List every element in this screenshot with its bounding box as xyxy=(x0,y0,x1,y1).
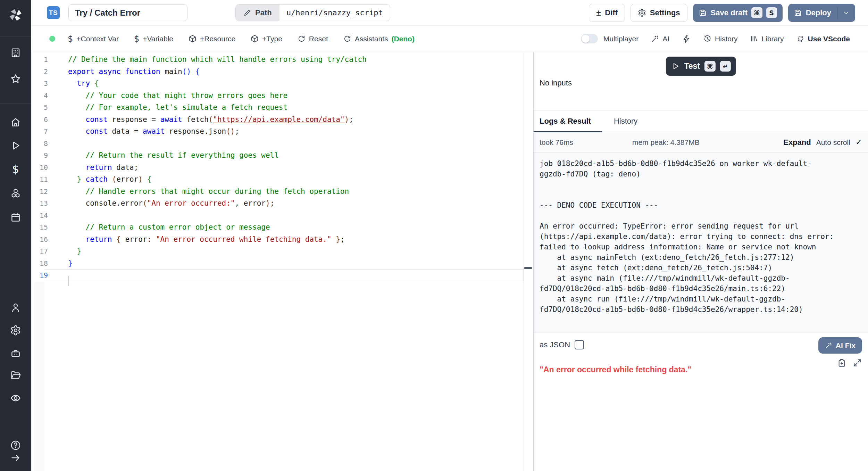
trigger-button[interactable] xyxy=(682,34,691,43)
deploy-button[interactable]: Deploy xyxy=(788,4,855,22)
library-label: Library xyxy=(761,35,784,43)
eye-icon xyxy=(10,392,21,404)
line-number: 9 xyxy=(32,151,48,159)
code-line[interactable]: 5 // For example, let's simulate a fetch… xyxy=(32,101,533,114)
code-line[interactable]: 19 xyxy=(32,269,533,281)
path-editor[interactable]: Path u/henri/snazzy_script xyxy=(235,4,390,21)
code-line[interactable]: 14 xyxy=(32,209,533,222)
add-type-button[interactable]: +Type xyxy=(251,35,282,43)
wand-icon xyxy=(651,35,659,43)
history-button[interactable]: History xyxy=(703,35,737,43)
line-number: 5 xyxy=(32,103,48,111)
line-number: 16 xyxy=(32,235,48,243)
path-label[interactable]: Path xyxy=(236,5,279,21)
line-number: 11 xyxy=(32,175,48,183)
use-vscode-button[interactable]: Use VScode xyxy=(796,35,850,43)
sidebar-item-home[interactable] xyxy=(0,117,31,128)
code-line[interactable]: 4 // Your code that might throw errors g… xyxy=(32,90,533,102)
assistants-button[interactable]: Assistants (Deno) xyxy=(343,35,415,43)
sidebar-item-schedules[interactable] xyxy=(0,212,31,223)
sidebar-item-resources[interactable] xyxy=(0,188,31,199)
building-icon xyxy=(10,47,21,58)
github-icon xyxy=(796,35,804,43)
as-json-checkbox[interactable] xyxy=(575,340,584,349)
code-line[interactable]: 9 // Return the result if everything goe… xyxy=(32,149,533,162)
reset-button[interactable]: Reset xyxy=(298,35,328,43)
sidebar-item-favorites[interactable] xyxy=(0,73,31,84)
deploy-button-label: Deploy xyxy=(806,8,831,17)
multiplayer-toggle[interactable] xyxy=(581,34,598,43)
add-resource-button[interactable]: +Resource xyxy=(189,35,235,43)
library-button[interactable]: Library xyxy=(750,35,784,43)
expand-logs-button[interactable]: Expand xyxy=(783,138,811,147)
test-button[interactable]: Test ⌘ ↵ xyxy=(666,57,736,76)
package-icon xyxy=(251,35,259,43)
code-line[interactable]: 11 } catch (error) { xyxy=(32,173,533,185)
history-label: History xyxy=(715,35,737,43)
ai-fix-button[interactable]: AI Fix xyxy=(818,337,862,354)
code-lines: 1// Define the main function which will … xyxy=(32,52,533,281)
code-line[interactable]: 13 console.error("An error occurred:", e… xyxy=(32,197,533,209)
sidebar-item-workers[interactable] xyxy=(0,348,31,359)
test-button-label: Test xyxy=(684,61,700,71)
diff-button[interactable]: ± Diff xyxy=(589,4,625,22)
script-title-input[interactable]: Try / Catch Error xyxy=(68,4,187,21)
sidebar-item-variables[interactable]: $ xyxy=(0,164,31,175)
code-line[interactable]: 7 const data = await response.json(); xyxy=(32,125,533,138)
refresh-icon xyxy=(298,35,306,43)
sidebar-item-audit-logs[interactable] xyxy=(0,392,31,404)
typescript-badge: TS xyxy=(47,6,60,19)
sidebar-item-workspace[interactable] xyxy=(0,47,31,58)
code-line[interactable]: 16 return { error: "An error occurred wh… xyxy=(32,233,533,246)
path-value[interactable]: u/henri/snazzy_script xyxy=(279,5,390,21)
editor-toolbar: $ +Context Var $ +Variable +Resource xyxy=(31,26,868,52)
sidebar-item-runs[interactable] xyxy=(0,140,31,151)
cubes-icon xyxy=(10,188,21,199)
sidebar-divider xyxy=(0,36,31,36)
tab-logs-result[interactable]: Logs & Result xyxy=(534,110,602,132)
code-line[interactable]: 8 xyxy=(32,138,533,150)
sidebar-divider xyxy=(0,103,31,104)
code-line[interactable]: 17 } xyxy=(32,245,533,257)
code-line[interactable]: 3 try { xyxy=(32,77,533,90)
editor-gutter-rail xyxy=(34,282,44,471)
path-label-text: Path xyxy=(255,8,272,17)
fullscreen-icon[interactable] xyxy=(853,358,862,367)
run-stats-bar: took 76ms mem peak: 4.387MB Expand Auto … xyxy=(534,132,868,152)
log-text: job 018c20cd-a1b5-bd6b-0d80-f1b9d4c35e26… xyxy=(534,152,868,315)
code-line[interactable]: 12 // Handle errors that might occur dur… xyxy=(32,185,533,198)
wand-icon xyxy=(825,342,832,349)
sidebar-item-folders[interactable] xyxy=(0,370,31,381)
sidebar: $ xyxy=(0,0,31,471)
code-line[interactable]: 6 const response = await fetch("https://… xyxy=(32,114,533,126)
settings-button-label: Settings xyxy=(650,8,680,17)
content-row: 1// Define the main function which will … xyxy=(31,52,868,471)
copy-clipboard-icon[interactable] xyxy=(837,358,846,367)
save-draft-button[interactable]: Save draft ⌘ S xyxy=(693,4,783,22)
ai-button[interactable]: AI xyxy=(651,35,669,43)
add-variable-button[interactable]: $ +Variable xyxy=(134,34,173,44)
auto-scroll-toggle[interactable]: Auto scroll xyxy=(816,138,850,147)
windmill-logo-icon xyxy=(8,7,24,23)
code-editor[interactable]: 1// Define the main function which will … xyxy=(31,52,534,471)
sidebar-collapse-button[interactable] xyxy=(0,452,31,463)
code-line[interactable]: 2export async function main() { xyxy=(32,66,533,78)
chevron-down-icon[interactable] xyxy=(843,9,850,16)
add-context-var-button[interactable]: $ +Context Var xyxy=(68,34,119,44)
question-circle-icon xyxy=(10,440,21,451)
code-line[interactable]: 18} xyxy=(32,257,533,270)
code-line[interactable]: 1// Define the main function which will … xyxy=(32,53,533,66)
library-icon xyxy=(750,35,758,43)
sidebar-item-settings[interactable] xyxy=(0,325,31,336)
tab-history[interactable]: History xyxy=(607,110,644,132)
sidebar-item-users[interactable] xyxy=(0,302,31,313)
windmill-logo[interactable] xyxy=(0,7,31,23)
checkmark-icon[interactable]: ✓ xyxy=(856,138,862,147)
code-line[interactable]: 15 // Return a custom error object or me… xyxy=(32,221,533,233)
settings-button[interactable]: Settings xyxy=(631,4,687,22)
sidebar-item-help[interactable] xyxy=(0,440,31,451)
deploy-button-divider xyxy=(837,7,837,19)
code-line[interactable]: 10 return data; xyxy=(32,162,533,174)
line-number: 8 xyxy=(32,139,48,148)
runner-panel: Test ⌘ ↵ No inputs Logs & Result History… xyxy=(534,52,868,471)
